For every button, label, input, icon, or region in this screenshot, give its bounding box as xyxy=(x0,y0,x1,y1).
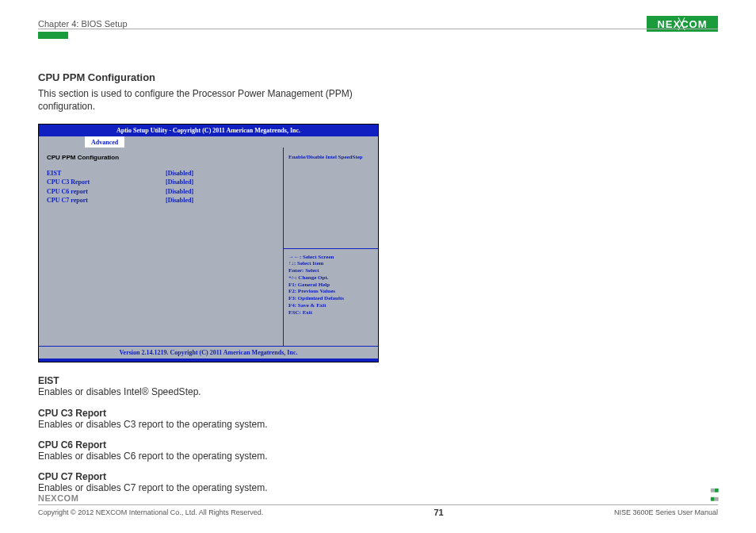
definition-title: CPU C6 Report xyxy=(38,439,379,451)
definition-title: CPU C7 Report xyxy=(38,471,379,482)
bios-option-label: CPU C7 report xyxy=(47,196,166,205)
footer-rule xyxy=(38,504,718,505)
bios-right-panel: Enable/Disable Intel SpeedStep →←: Selec… xyxy=(283,148,378,346)
footer-nexcom-logo: NEXCOM xyxy=(38,493,84,503)
definitions: EISTEnables or disables Intel® SpeedStep… xyxy=(38,375,379,494)
bios-option-row: CPU C6 report[Disabled] xyxy=(47,187,275,196)
page-footer: NEXCOM ■■■■ Copyright © 2012 NEXCOM Inte… xyxy=(38,485,718,517)
bios-option-label: CPU C6 report xyxy=(47,187,166,196)
bios-key-hint: F2: Previous Values xyxy=(288,288,373,295)
page-number: 71 xyxy=(433,508,443,517)
definition-title: CPU C3 Report xyxy=(38,408,379,419)
bios-screenshot: Aptio Setup Utility - Copyright (C) 2011… xyxy=(38,124,379,362)
bios-bottom-bar xyxy=(39,359,378,362)
bios-key-hint: F1: General Help xyxy=(288,282,373,289)
definition-block: CPU C6 ReportEnables or disables C6 repo… xyxy=(38,439,379,462)
main-content: CPU PPM Configuration This section is us… xyxy=(38,71,718,504)
header-rule xyxy=(38,29,718,29)
bios-tabbar: Advanced xyxy=(39,136,378,148)
bios-option-value: [Disabled] xyxy=(166,196,193,205)
bios-option-value: [Disabled] xyxy=(166,178,193,186)
footer-squares-icon: ■■■■ xyxy=(710,485,718,503)
definition-text: Enables or disables Intel® SpeedStep. xyxy=(38,386,379,397)
definition-title: EIST xyxy=(38,375,379,386)
bios-tab-advanced: Advanced xyxy=(85,136,124,148)
definition-block: CPU C3 ReportEnables or disables C3 repo… xyxy=(38,408,379,430)
bios-option-value: [Disabled] xyxy=(166,187,193,196)
bios-key-hint: →←: Select Screen xyxy=(288,254,373,261)
section-description: This section is used to configure the Pr… xyxy=(38,88,379,113)
footer-copyright: Copyright © 2012 NEXCOM International Co… xyxy=(38,508,263,516)
definition-text: Enables or disables C3 report to the ope… xyxy=(38,419,379,430)
bios-titlebar: Aptio Setup Utility - Copyright (C) 2011… xyxy=(39,125,378,136)
bios-version-bar: Version 2.14.1219. Copyright (C) 2011 Am… xyxy=(39,346,378,359)
bios-key-hint: F4: Save & Exit xyxy=(288,302,373,309)
bios-key-hint: ESC: Exit xyxy=(288,309,373,316)
bios-left-panel: CPU PPM Configuration EIST[Disabled]CPU … xyxy=(39,148,283,346)
bios-help-text: Enable/Disable Intel SpeedStep xyxy=(284,148,378,248)
definition-text: Enables or disables C6 report to the ope… xyxy=(38,451,379,462)
bios-option-label: EIST xyxy=(47,169,166,178)
bios-key-hint: ↑↓: Select Item xyxy=(288,260,373,267)
footer-doc-name: NISE 3600E Series User Manual xyxy=(614,508,718,516)
definition-block: EISTEnables or disables Intel® SpeedStep… xyxy=(38,375,379,397)
chapter-label: Chapter 4: BIOS Setup xyxy=(38,19,128,29)
accent-bar xyxy=(38,32,68,39)
nexcom-logo: NEXCOM xyxy=(647,16,718,32)
page-header: Chapter 4: BIOS Setup NEXCOM xyxy=(38,16,718,32)
bios-option-row: EIST[Disabled] xyxy=(47,169,275,178)
bios-body: CPU PPM Configuration EIST[Disabled]CPU … xyxy=(39,148,378,346)
bios-key-hint: +/-: Change Opt. xyxy=(288,274,373,282)
bios-option-label: CPU C3 Report xyxy=(47,178,166,186)
bios-key-hint: F3: Optimized Defaults xyxy=(288,295,373,302)
bios-option-row: CPU C3 Report[Disabled] xyxy=(47,178,275,186)
bios-panel-title: CPU PPM Configuration xyxy=(47,154,275,161)
bios-key-help: →←: Select Screen↑↓: Select ItemEnter: S… xyxy=(284,248,378,347)
bios-option-row: CPU C7 report[Disabled] xyxy=(47,196,275,205)
bios-option-value: [Disabled] xyxy=(166,169,193,178)
svg-text:NEXCOM: NEXCOM xyxy=(38,493,78,503)
section-title: CPU PPM Configuration xyxy=(38,71,718,83)
bios-key-hint: Enter: Select xyxy=(288,267,373,274)
